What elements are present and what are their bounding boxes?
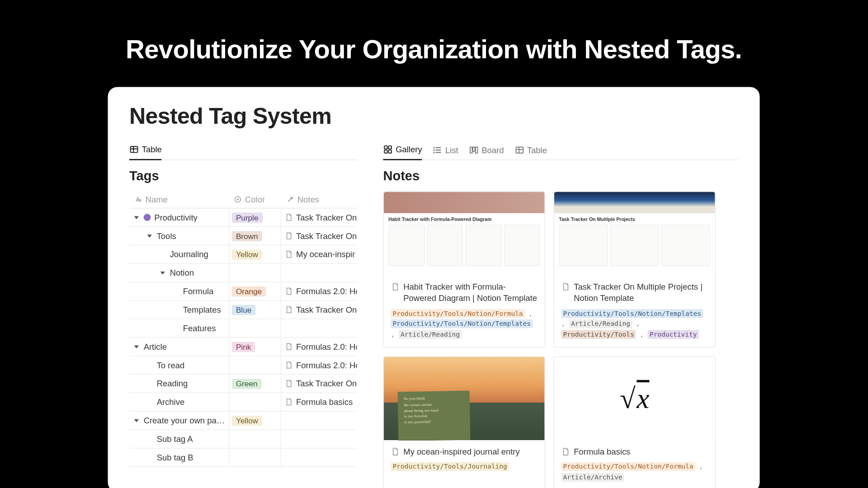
card-tags: Productivity/Tools/Notion/Formula , Prod… [391, 308, 538, 340]
table-row[interactable]: JournalingYellowMy ocean-inspir [129, 245, 357, 264]
tab-board[interactable]: Board [469, 142, 504, 160]
col-notes[interactable]: Notes [281, 191, 357, 208]
table-row[interactable]: Sub tag B [129, 448, 357, 467]
table-icon [129, 145, 139, 154]
gallery-card[interactable]: √xFormula basicsProductivity/Tools/Notio… [553, 356, 715, 488]
tag-chip: Productivity/Tools/Notion/Templates [391, 319, 533, 328]
svg-rect-4 [384, 146, 387, 149]
table-row[interactable]: Features [129, 319, 357, 338]
tag-name: Features [183, 324, 216, 333]
tag-name: Article [144, 342, 167, 352]
gallery-card[interactable]: Habit Tracker with Formula-Powered Diagr… [383, 191, 545, 347]
card-title: Formula basics [574, 446, 630, 457]
table-row[interactable]: FormulaOrangeFormulas 2.0: Ho [129, 282, 357, 301]
tag-chip: Article/Reading [399, 330, 462, 339]
col-label: Color [245, 195, 265, 204]
tag-name: Notion [170, 268, 194, 277]
tag-name: Tools [157, 231, 176, 240]
tag-name: Reading [157, 379, 188, 388]
tab-table[interactable]: Table [129, 142, 162, 160]
tag-name: Templates [183, 305, 221, 314]
svg-rect-15 [473, 147, 475, 151]
card-cover: √x [554, 357, 715, 440]
tab-label: List [445, 145, 458, 155]
table-row[interactable]: TemplatesBlueTask Tracker On [129, 301, 357, 319]
gallery-card[interactable]: So you thinkthe ocean carriesabout being… [383, 356, 545, 488]
svg-rect-14 [470, 147, 472, 153]
table-row[interactable]: ProductivityPurpleTask Tracker On [129, 208, 357, 227]
svg-point-11 [434, 147, 434, 148]
col-label: Name [146, 195, 168, 204]
gallery-grid: Habit Tracker with Formula-Powered Diagr… [383, 191, 738, 488]
table-row[interactable]: To readFormulas 2.0: Ho [129, 356, 357, 375]
tag-chip: Article/Reading [569, 319, 632, 328]
notes-panel: GalleryListBoardTable Notes Habit Tracke… [383, 142, 738, 488]
note-link[interactable]: Formulas 2.0: Ho [296, 286, 357, 296]
tag-name: Create your own paren [144, 416, 226, 425]
table-row[interactable]: Sub tag A [129, 430, 357, 449]
tag-name: Productivity [154, 213, 197, 222]
svg-rect-0 [131, 146, 138, 152]
table-row[interactable]: Notion [129, 264, 357, 282]
select-icon [234, 195, 242, 203]
color-dot-icon [144, 214, 151, 221]
svg-rect-17 [516, 147, 523, 153]
tab-list[interactable]: List [433, 142, 458, 160]
card-tags: Productivity/Tools/Journaling [391, 462, 538, 472]
color-pill: Yellow [232, 249, 262, 259]
color-pill: Green [232, 379, 262, 389]
svg-rect-5 [388, 146, 392, 149]
table-row[interactable]: ArchiveFormula basics [129, 393, 357, 412]
tags-panel: Table Tags Name Color Notes Productivity… [129, 142, 357, 488]
table-row[interactable]: Create your own parenYellow [129, 412, 357, 430]
svg-point-13 [434, 152, 434, 152]
tab-table[interactable]: Table [514, 142, 547, 160]
app-window: Nested Tag System Table Tags Name Color [108, 87, 760, 488]
card-cover: Habit Tracker with Formula-Powered Diagr… [384, 192, 545, 275]
table-row[interactable]: ArticlePinkFormulas 2.0: Ho [129, 338, 357, 356]
tab-gallery[interactable]: Gallery [383, 142, 422, 160]
color-pill: Brown [232, 231, 262, 241]
card-title: Habit Tracker with Formula-Powered Diagr… [403, 281, 538, 304]
tab-label: Board [481, 145, 504, 155]
page-title: Nested Tag System [129, 103, 738, 129]
color-pill: Orange [232, 286, 266, 296]
color-pill: Pink [232, 342, 255, 352]
color-pill: Blue [232, 305, 256, 314]
note-link[interactable]: Formulas 2.0: Ho [296, 360, 357, 370]
note-link[interactable]: My ocean-inspir [296, 249, 355, 259]
tag-chip: Productivity [648, 330, 699, 339]
table-header-row: Name Color Notes [129, 191, 357, 208]
note-link[interactable]: Task Tracker On [296, 305, 357, 314]
card-title: Task Tracker On Multiple Projects | Noti… [574, 281, 708, 304]
tags-section-title: Tags [129, 169, 357, 184]
note-link[interactable]: Formula basics [296, 397, 353, 407]
table-row[interactable]: ReadingGreenTask Tracker On [129, 375, 357, 393]
tab-label: Gallery [396, 145, 422, 154]
gallery-card[interactable]: Task Tracker On Multiple ProjectsTask Tr… [553, 191, 715, 347]
note-link[interactable]: Task Tracker On [296, 231, 357, 240]
card-title: My ocean-inspired journal entry [403, 446, 519, 457]
tag-name: Sub tag A [157, 434, 193, 444]
col-name[interactable]: Name [129, 191, 229, 208]
text-icon [134, 195, 142, 203]
note-link[interactable]: Formulas 2.0: Ho [296, 342, 357, 352]
color-pill: Yellow [232, 415, 262, 425]
svg-rect-16 [476, 147, 478, 153]
tag-name: To read [157, 360, 185, 370]
table-row[interactable]: ToolsBrownTask Tracker On [129, 227, 357, 245]
tag-name: Archive [157, 397, 185, 407]
note-link[interactable]: Task Tracker On [296, 213, 357, 222]
tab-label: Table [527, 145, 547, 155]
tag-chip: Productivity/Tools/Journaling [391, 462, 509, 471]
card-tags: Productivity/Tools/Notion/Formula , Arti… [561, 462, 708, 483]
tab-label: Table [142, 145, 162, 154]
tag-chip: Productivity/Tools/Notion/Formula [391, 309, 525, 318]
tag-chip: Productivity/Tools/Notion/Formula [561, 462, 695, 471]
col-color[interactable]: Color [229, 191, 281, 208]
tag-chip: Article/Archive [561, 473, 624, 482]
tag-chip: Productivity/Tools [561, 330, 636, 339]
note-link[interactable]: Task Tracker On [296, 379, 357, 388]
tag-name: Sub tag B [157, 453, 193, 462]
card-cover: Task Tracker On Multiple Projects [554, 192, 715, 275]
